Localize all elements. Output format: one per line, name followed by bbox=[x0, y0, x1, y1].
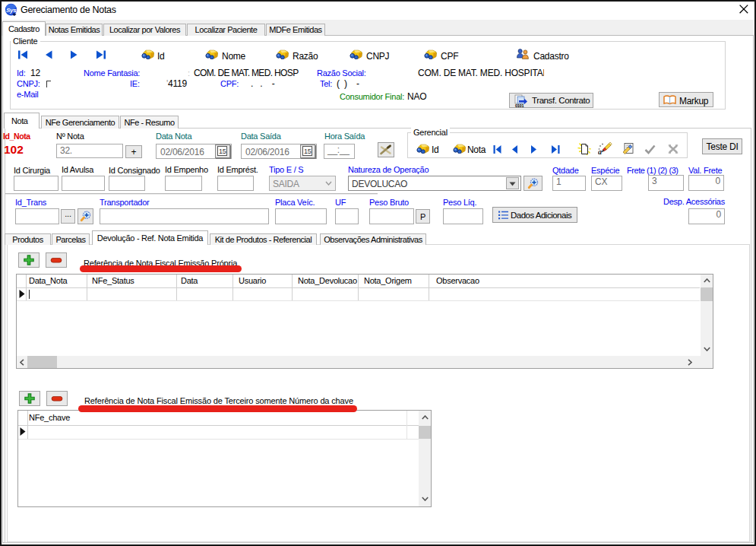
svg-text:0101: 0101 bbox=[515, 103, 524, 108]
svg-text:a: a bbox=[598, 148, 602, 155]
svg-text:Sys: Sys bbox=[6, 7, 17, 14]
